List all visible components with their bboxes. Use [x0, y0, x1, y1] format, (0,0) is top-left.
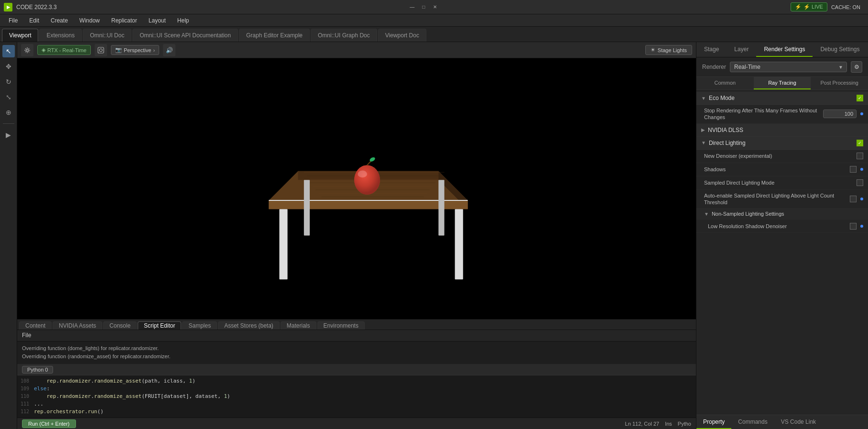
btab-asset-stores[interactable]: Asset Stores (beta): [218, 321, 280, 330]
svg-point-24: [358, 171, 367, 178]
btab-samples[interactable]: Samples: [182, 321, 217, 330]
rtab-debug-settings[interactable]: Debug Settings: [813, 42, 867, 57]
rtx-button[interactable]: ◈ RTX - Real-Time: [37, 45, 91, 55]
render-stab-post-processing[interactable]: Post Processing: [811, 77, 868, 89]
rtx-icon: ◈: [42, 47, 45, 53]
svg-rect-1: [98, 47, 104, 53]
eco-mode-section-header[interactable]: ▼ Eco Mode ✓: [696, 92, 868, 105]
rtab-layer[interactable]: Layer: [727, 42, 756, 57]
play-tool[interactable]: ▶: [2, 129, 15, 141]
auto-enable-row: Auto-enable Sampled Direct Lighting Abov…: [696, 190, 868, 209]
auto-enable-checkbox[interactable]: [850, 196, 857, 202]
tab-graph-doc[interactable]: Omni::UI Graph Doc: [311, 29, 377, 42]
svg-marker-16: [269, 200, 467, 209]
menu-layout[interactable]: Layout: [144, 16, 171, 25]
renderer-label: Renderer: [702, 64, 726, 70]
app-icon: ▶: [4, 3, 12, 11]
close-button[interactable]: ✕: [431, 3, 439, 11]
renderer-settings-button[interactable]: ⚙: [851, 61, 862, 73]
tab-viewport-doc[interactable]: Viewport Doc: [378, 29, 426, 42]
svg-point-0: [26, 49, 29, 51]
rtab-stage[interactable]: Stage: [696, 42, 727, 57]
render-stab-common[interactable]: Common: [696, 77, 754, 89]
non-sampled-title: Non-Sampled Lighting Settings: [712, 211, 863, 217]
renderer-select-container: Real-Time Path Tracing ▼: [730, 62, 847, 72]
nvidia-dlss-section-header[interactable]: ▶ NVIDIA DLSS: [696, 124, 868, 137]
viewport-settings-icon[interactable]: [21, 44, 33, 56]
nvidia-dlss-title: NVIDIA DLSS: [708, 127, 863, 133]
shadows-label: Shadows: [704, 166, 846, 173]
direct-lighting-checkbox[interactable]: ✓: [857, 140, 863, 146]
tab-graph-editor[interactable]: Graph Editor Example: [239, 29, 310, 42]
rbottom-tab-property[interactable]: Property: [696, 415, 731, 429]
move-tool[interactable]: ✥: [2, 60, 15, 73]
new-denoiser-checkbox[interactable]: [857, 153, 863, 159]
scale-tool[interactable]: ⤡: [2, 91, 15, 103]
live-button[interactable]: ⚡ ⚡ LIVE: [791, 2, 827, 11]
stage-lights-button[interactable]: ☀ Stage Lights: [645, 45, 692, 55]
viewport-icon2[interactable]: [95, 44, 107, 56]
sun-icon: ☀: [651, 47, 655, 53]
menu-create[interactable]: Create: [46, 16, 73, 25]
btab-script-editor[interactable]: Script Editor: [138, 321, 181, 330]
maximize-button[interactable]: □: [419, 3, 428, 11]
perspective-button[interactable]: 📷 Perspective ›: [111, 45, 159, 55]
tab-viewport[interactable]: Viewport: [2, 29, 38, 42]
render-stab-ray-tracing[interactable]: Ray Tracing: [754, 77, 811, 89]
btab-environments[interactable]: Environments: [317, 321, 365, 330]
status-python: Pytho: [678, 421, 691, 427]
direct-lighting-section-header[interactable]: ▼ Direct Lighting ✓: [696, 137, 868, 150]
svg-rect-20: [304, 180, 310, 235]
code-line-110: 110 rep.randomizer.randomize_asset(FRUIT…: [17, 393, 696, 400]
menu-window[interactable]: Window: [75, 16, 105, 25]
renderer-row: Renderer Real-Time Path Tracing ▼ ⚙: [696, 57, 868, 77]
bottom-tab-bar: Content NVIDIA Assets Console Script Edi…: [17, 319, 696, 330]
code-line-108: 108 rep.randomizer.randomize_asset(path,…: [17, 377, 696, 385]
viewport-area: ◈ RTX - Real-Time 📷 Perspective › 🔊 ☀ St…: [17, 42, 696, 429]
viewport-3d[interactable]: [17, 58, 696, 319]
status-ins: Ins: [665, 421, 672, 427]
python-tab[interactable]: Python 0: [22, 366, 53, 374]
btab-materials[interactable]: Materials: [281, 321, 316, 330]
minimize-button[interactable]: —: [408, 3, 416, 11]
shadows-checkbox[interactable]: [850, 166, 857, 173]
shadows-dot: [860, 168, 863, 171]
btab-console[interactable]: Console: [103, 321, 137, 330]
rbottom-tab-vs-code-link[interactable]: VS Code Link: [774, 415, 823, 429]
eco-mode-chevron: ▼: [701, 96, 706, 101]
settings-content: ▼ Eco Mode ✓ Stop Rendering After This M…: [696, 90, 868, 415]
code-line-109: 109 else:: [17, 385, 696, 393]
select-tool[interactable]: ↖: [2, 45, 15, 57]
menu-edit[interactable]: Edit: [24, 16, 44, 25]
code-editor[interactable]: 108 rep.randomizer.randomize_asset(path,…: [17, 375, 696, 418]
menu-file[interactable]: File: [4, 16, 22, 25]
eco-mode-title: Eco Mode: [709, 95, 854, 101]
stop-rendering-input[interactable]: [823, 110, 857, 118]
renderer-select[interactable]: Real-Time Path Tracing: [730, 62, 847, 72]
btab-nvidia-assets[interactable]: NVIDIA Assets: [53, 321, 102, 330]
rtab-render-settings[interactable]: Render Settings: [756, 42, 813, 57]
btab-content[interactable]: Content: [19, 321, 52, 330]
app-title: CODE 2022.3.3: [16, 4, 57, 11]
left-toolbar: ↖ ✥ ↻ ⤡ ⊕ ▶: [0, 42, 17, 429]
stop-rendering-row: Stop Rendering After This Many Frames Wi…: [696, 105, 868, 124]
tab-scene-api-doc[interactable]: Omni::UI Scene API Documentation: [132, 29, 238, 42]
run-button[interactable]: Run (Ctrl + Enter): [22, 419, 76, 428]
non-sampled-lighting-header[interactable]: ▼ Non-Sampled Lighting Settings: [696, 209, 868, 220]
tab-bar: Viewport Extensions Omni::UI Doc Omni::U…: [0, 27, 868, 42]
right-bottom-tabs: Property Commands VS Code Link: [696, 415, 868, 429]
menu-replicator[interactable]: Replicator: [107, 16, 142, 25]
menu-help[interactable]: Help: [173, 16, 194, 25]
audio-icon[interactable]: 🔊: [163, 44, 175, 56]
low-res-shadow-checkbox[interactable]: [850, 223, 857, 230]
3d-scene: [17, 58, 696, 319]
rotate-tool[interactable]: ↻: [2, 76, 15, 88]
sampled-direct-lighting-checkbox[interactable]: [857, 179, 863, 186]
tab-extensions[interactable]: Extensions: [39, 29, 82, 42]
universal-tool[interactable]: ⊕: [2, 106, 15, 119]
eco-mode-checkbox[interactable]: ✓: [857, 95, 863, 101]
bottom-content: File Overriding function (dome_lights) f…: [17, 330, 696, 429]
rbottom-tab-commands[interactable]: Commands: [731, 415, 774, 429]
tab-omniui-doc[interactable]: Omni::UI Doc: [83, 29, 131, 42]
file-label[interactable]: File: [22, 332, 31, 339]
